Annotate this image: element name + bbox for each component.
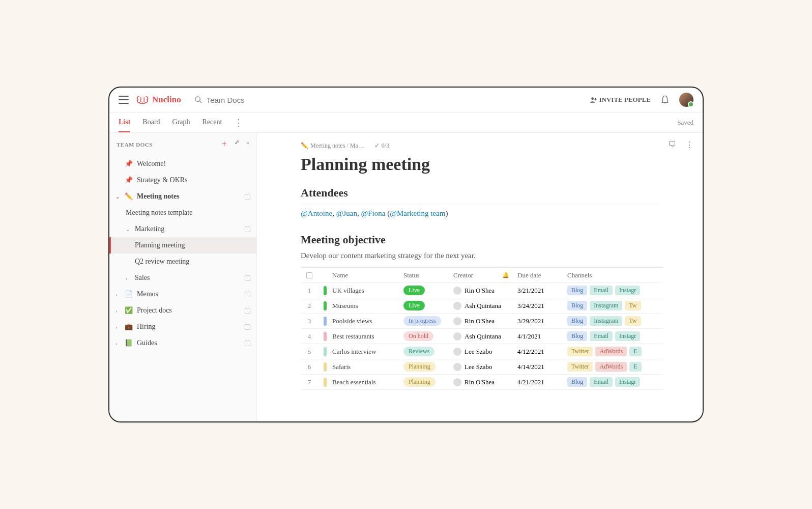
row-name[interactable]: Safaris <box>332 363 403 371</box>
channel-chip[interactable]: Blog <box>567 301 587 310</box>
due-date[interactable]: 3/24/2021 <box>517 302 567 310</box>
channel-chip[interactable]: Instagr <box>615 286 640 295</box>
expand-icon[interactable]: ⤢ <box>235 139 240 150</box>
sidebar-item-planning-meeting[interactable]: Planning meeting <box>109 237 256 253</box>
tab-recent[interactable]: Recent <box>202 112 222 132</box>
bell-icon[interactable] <box>661 95 669 104</box>
row-name[interactable]: Best restaurants <box>332 332 403 341</box>
row-name[interactable]: Poolside views <box>332 317 403 325</box>
creator-cell[interactable]: Lee Szabo <box>453 348 517 356</box>
status-pill[interactable]: On hold <box>403 331 433 341</box>
table-row[interactable]: 7Beach essentialsPlanningRin O'Shea4/21/… <box>301 375 663 390</box>
status-pill[interactable]: Planning <box>403 377 436 387</box>
tab-list[interactable]: List <box>119 112 130 132</box>
sidebar-item-q2-review[interactable]: Q2 review meeting <box>109 253 256 270</box>
row-name[interactable]: Museums <box>332 302 403 310</box>
sidebar-item-welcome[interactable]: 📌Welcome! <box>109 156 256 172</box>
channel-chip[interactable]: Tw <box>625 316 641 326</box>
channel-chip[interactable]: Blog <box>567 377 587 387</box>
tab-board[interactable]: Board <box>142 112 160 132</box>
search-box[interactable] <box>194 96 583 104</box>
table-row[interactable]: 4Best restaurantsOn holdAsh Quintana4/1/… <box>301 329 663 344</box>
row-name[interactable]: Carlos interview <box>332 348 403 356</box>
invite-button[interactable]: INVITE PEOPLE <box>590 96 651 104</box>
channel-chip[interactable]: E <box>629 362 641 372</box>
item-box-icon[interactable] <box>245 308 250 314</box>
sidebar-item-guides[interactable]: ›📗Guides <box>109 335 256 351</box>
due-date[interactable]: 4/21/2021 <box>517 378 567 386</box>
item-box-icon[interactable] <box>245 227 250 232</box>
sidebar-item-sales[interactable]: ›Sales <box>109 270 256 286</box>
sidebar-item-project-docs[interactable]: ›✅Project docs <box>109 302 256 319</box>
channel-chip[interactable]: Email <box>590 286 613 295</box>
creator-cell[interactable]: Rin O'Shea <box>453 287 517 295</box>
channel-chip[interactable]: Blog <box>567 316 587 326</box>
status-pill[interactable]: Live <box>403 301 425 310</box>
status-pill[interactable]: In progress <box>403 316 441 326</box>
item-box-icon[interactable] <box>245 324 250 330</box>
channel-chip[interactable]: AdWords <box>595 347 627 356</box>
brand-logo[interactable]: Nuclino <box>136 95 181 105</box>
mention-antoine[interactable]: @Antoine <box>301 209 332 217</box>
creator-cell[interactable]: Rin O'Shea <box>453 378 517 386</box>
due-date[interactable]: 4/14/2021 <box>517 363 567 371</box>
sidebar-item-strategy[interactable]: 📌Strategy & OKRs <box>109 172 256 188</box>
collapse-icon[interactable]: « <box>246 139 249 150</box>
channel-chip[interactable]: Blog <box>567 331 587 341</box>
item-box-icon[interactable] <box>245 275 250 281</box>
tab-graph[interactable]: Graph <box>172 112 190 132</box>
channel-chip[interactable]: Twitter <box>567 347 593 356</box>
sidebar-item-template[interactable]: Meeting notes template <box>109 205 256 221</box>
row-name[interactable]: UK villages <box>332 287 403 295</box>
due-date[interactable]: 4/12/2021 <box>517 348 567 356</box>
table-row[interactable]: 1UK villagesLiveRin O'Shea3/21/2021BlogE… <box>301 283 663 298</box>
row-name[interactable]: Beach essentials <box>332 378 403 386</box>
channel-chip[interactable]: Blog <box>567 286 587 295</box>
due-date[interactable]: 3/21/2021 <box>517 287 567 295</box>
item-box-icon[interactable] <box>245 292 250 297</box>
select-all-checkbox[interactable] <box>306 272 312 278</box>
comments-icon[interactable]: 🗨 <box>668 140 676 150</box>
mention-fiona[interactable]: @Fiona <box>361 209 385 217</box>
table-row[interactable]: 3Poolside viewsIn progressRin O'Shea3/29… <box>301 314 663 329</box>
channel-chip[interactable]: Instagr <box>615 377 640 387</box>
sidebar-item-marketing[interactable]: ⌄Marketing <box>109 221 256 237</box>
notify-col-icon[interactable]: 🔔 <box>502 272 514 278</box>
due-date[interactable]: 4/1/2021 <box>517 332 567 341</box>
sidebar-item-meeting-notes[interactable]: ⌄✏️Meeting notes <box>109 188 256 205</box>
col-status[interactable]: Status <box>403 271 453 279</box>
channel-chip[interactable]: Email <box>590 377 613 387</box>
more-icon[interactable]: ⋮ <box>685 140 693 150</box>
creator-cell[interactable]: Lee Szabo <box>453 363 517 371</box>
sidebar-item-memos[interactable]: ›📄Memos <box>109 286 256 302</box>
col-name[interactable]: Name <box>332 271 403 279</box>
status-pill[interactable]: Live <box>403 286 425 295</box>
item-box-icon[interactable] <box>245 194 250 200</box>
col-duedate[interactable]: Due date <box>517 271 567 279</box>
channel-chip[interactable]: Instagram <box>590 316 622 326</box>
channel-chip[interactable]: Tw <box>625 301 641 310</box>
task-progress[interactable]: ✓0/3 <box>374 142 389 150</box>
item-box-icon[interactable] <box>245 341 250 346</box>
channel-chip[interactable]: Instagr <box>615 331 640 341</box>
channel-chip[interactable]: AdWords <box>595 362 627 372</box>
col-creator[interactable]: Creator <box>453 271 473 279</box>
status-pill[interactable]: Reviews <box>403 347 434 356</box>
table-row[interactable]: 5Carlos interviewReviewsLee Szabo4/12/20… <box>301 344 663 359</box>
mention-juan[interactable]: @Juan <box>336 209 357 217</box>
page-title[interactable]: Planning meeting <box>297 155 663 174</box>
status-pill[interactable]: Planning <box>403 362 436 372</box>
menu-icon[interactable] <box>119 96 129 104</box>
creator-cell[interactable]: Ash Quintana <box>453 332 517 341</box>
table-row[interactable]: 6SafarisPlanningLee Szabo4/14/2021Twitte… <box>301 359 663 375</box>
due-date[interactable]: 3/29/2021 <box>517 317 567 325</box>
creator-cell[interactable]: Rin O'Shea <box>453 317 517 325</box>
channel-chip[interactable]: Instagram <box>590 301 622 310</box>
breadcrumb[interactable]: ✏️Meeting notes / Ma… <box>301 142 364 150</box>
add-page-icon[interactable]: + <box>222 139 227 150</box>
avatar[interactable] <box>679 93 693 107</box>
sidebar-item-hiring[interactable]: ›💼Hiring <box>109 319 256 335</box>
channel-chip[interactable]: Twitter <box>567 362 593 372</box>
creator-cell[interactable]: Ash Quintana <box>453 302 517 310</box>
table-row[interactable]: 2MuseumsLiveAsh Quintana3/24/2021BlogIns… <box>301 298 663 314</box>
